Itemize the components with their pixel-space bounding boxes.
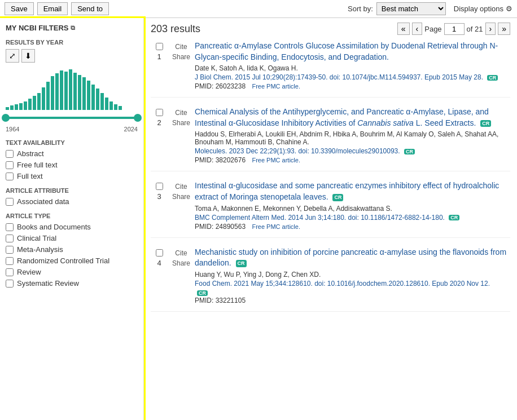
article-type-title: ARTICLE TYPE [6,213,138,219]
sort-select[interactable]: Best match Most recent Publication date [376,2,446,15]
results-header: 203 results « ‹ Page of 21 › » [151,23,510,35]
cite-button-4[interactable]: Cite [175,249,187,257]
first-page-button[interactable]: « [397,23,410,35]
filter-books-docs: Books and Documents [6,223,138,231]
result-item-3: 3 Cite Share Intestinal α-glucosidase an… [151,180,510,237]
abstract-label: Abstract [17,149,44,158]
svg-rect-22 [105,98,108,110]
meta-analysis-label: Meta-Analysis [17,245,63,254]
systematic-review-checkbox[interactable] [6,280,14,288]
review-label: Review [17,268,41,276]
rct-checkbox[interactable] [6,257,14,265]
clinical-trial-checkbox[interactable] [6,235,14,242]
text-availability-filters: Abstract Free full text Full text [6,149,138,180]
result-title-4[interactable]: Mechanistic study on inhibition of porci… [195,247,510,269]
filter-associated-data: Associated data [6,197,138,206]
result-authors-3: Toma A, Makonnen E, Mekonnen Y, Debella … [195,205,510,213]
free-pmc-1[interactable]: Free PMC article. [252,83,300,90]
year-range-slider[interactable] [6,112,138,123]
svg-rect-20 [96,89,99,110]
result-item-2: 2 Cite Share Chemical Analysis of the An… [151,107,510,171]
toolbar: Save Email Send to Sort by: Best match M… [0,0,517,18]
books-docs-checkbox[interactable] [6,223,14,231]
associated-data-checkbox[interactable] [6,198,14,206]
result-number-2: 2 [157,118,161,127]
svg-rect-14 [69,69,72,110]
range-thumb-left[interactable] [2,114,10,122]
share-button-2[interactable]: Share [172,119,190,127]
review-checkbox[interactable] [6,268,14,276]
filter-abstract: Abstract [6,149,138,158]
result-number-3: 3 [157,192,161,201]
download-chart-button[interactable]: ⬇ [21,49,35,63]
filter-systematic-review: Systematic Review [6,279,138,288]
cite-button-1[interactable]: Cite [175,43,187,51]
chart-area: ⤢ ⬇ [6,49,138,132]
full-text-checkbox[interactable] [6,173,14,180]
last-page-button[interactable]: » [498,23,510,35]
svg-rect-10 [51,76,54,110]
filter-rct: Randomized Controlled Trial [6,257,138,265]
cr-badge-2b: CR [404,149,415,154]
svg-rect-8 [42,87,45,110]
rct-label: Randomized Controlled Trial [17,257,109,265]
svg-rect-7 [37,93,41,110]
result-actions-1: Cite Share [168,41,195,90]
page-input[interactable] [444,23,465,35]
send-to-button[interactable]: Send to [71,2,109,15]
svg-rect-9 [46,82,50,110]
filter-free-full-text: Free full text [6,161,138,169]
gear-icon: ⚙ [506,5,512,13]
systematic-review-label: Systematic Review [17,279,79,288]
text-availability-title: TEXT AVAILABILITY [6,139,138,146]
abstract-checkbox[interactable] [6,150,14,158]
result-title-3[interactable]: Intestinal α-glucosidase and some pancre… [195,180,510,202]
result-body-2: Chemical Analysis of the Antihyperglycem… [195,107,510,164]
range-thumb-right[interactable] [134,114,142,122]
share-button-3[interactable]: Share [172,193,190,201]
result-checkbox-4[interactable] [156,249,163,257]
svg-rect-13 [64,72,68,110]
result-body-1: Pancreatic α-Amylase Controls Glucose As… [195,41,510,90]
result-item-1: 1 Cite Share Pancreatic α-Amylase Contro… [151,41,510,98]
external-link-icon: ⧉ [71,24,75,32]
result-checkbox-3[interactable] [156,183,163,190]
free-pmc-2[interactable]: Free PMC article. [252,157,300,163]
share-button-1[interactable]: Share [172,53,190,61]
free-full-text-label: Free full text [17,161,58,169]
prev-page-button[interactable]: ‹ [412,23,423,35]
clinical-trial-label: Clinical Trial [17,234,56,242]
result-checkbox-1[interactable] [156,43,163,50]
cite-button-3[interactable]: Cite [175,183,187,191]
full-text-label: Full text [17,172,43,180]
associated-data-label: Associated data [17,197,69,206]
cite-button-2[interactable]: Cite [175,109,187,117]
results-count: 203 results [151,23,200,35]
content-area: 203 results « ‹ Page of 21 › » 1 Cite Sh… [144,18,517,420]
expand-chart-button[interactable]: ⤢ [6,49,19,63]
svg-rect-23 [109,101,113,110]
display-options-button[interactable]: Display options ⚙ [454,5,512,13]
my-ncbi-filters[interactable]: MY NCBI FILTERS ⧉ [6,24,138,32]
share-button-4[interactable]: Share [172,259,190,267]
result-checkbox-2[interactable] [156,109,163,116]
pagination: « ‹ Page of 21 › » [397,23,510,35]
result-number-col-2: 2 [151,107,168,164]
main-layout: MY NCBI FILTERS ⧉ RESULTS BY YEAR ⤢ ⬇ [0,18,517,420]
save-button[interactable]: Save [5,2,34,15]
free-full-text-checkbox[interactable] [6,161,14,169]
result-title-1[interactable]: Pancreatic α-Amylase Controls Glucose As… [195,41,510,63]
meta-analysis-checkbox[interactable] [6,246,14,254]
result-pmid-2: PMID: 38202676 Free PMC article. [195,156,510,164]
result-journal-4: Food Chem. 2021 May 15;344:128610. doi: … [195,280,510,288]
attribute-filters: Associated data [6,197,138,206]
svg-rect-17 [82,77,86,110]
free-pmc-3[interactable]: Free PMC article. [252,223,300,230]
result-title-2[interactable]: Chemical Analysis of the Antihyperglycem… [195,107,510,129]
result-number-4: 4 [157,259,161,267]
svg-rect-24 [114,104,117,110]
email-button[interactable]: Email [37,2,68,15]
next-page-button[interactable]: › [485,23,496,35]
cr-badge-3b: CR [449,215,459,220]
range-track [6,117,138,119]
